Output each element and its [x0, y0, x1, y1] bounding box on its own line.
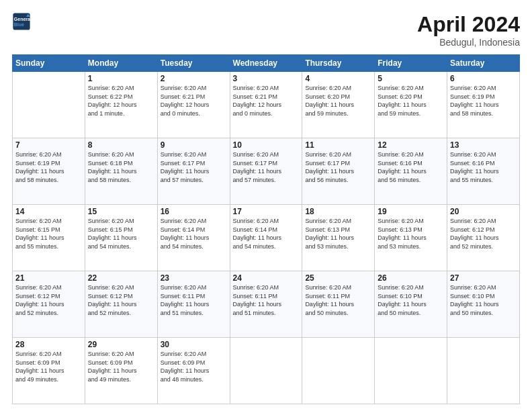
cell-info-line: Sunrise: 6:20 AM — [15, 151, 62, 158]
cell-info-line: Sunrise: 6:20 AM — [88, 284, 134, 291]
day-number: 5 — [378, 74, 444, 83]
cell-info-line: Daylight: 12 hours — [233, 101, 282, 108]
day-number: 14 — [15, 207, 82, 216]
cell-info-line: Daylight: 11 hours — [88, 367, 137, 374]
day-cell: 21Sunrise: 6:20 AMSunset: 6:12 PMDayligh… — [13, 271, 85, 338]
day-cell: 2Sunrise: 6:20 AMSunset: 6:21 PMDaylight… — [157, 72, 230, 138]
svg-text:General: General — [14, 17, 31, 21]
header-cell-friday: Friday — [375, 55, 447, 72]
cell-info-line: Sunset: 6:09 PM — [161, 359, 206, 366]
cell-info-line: Sunrise: 6:20 AM — [88, 85, 134, 91]
cell-info-line: Daylight: 11 hours — [305, 234, 354, 241]
day-cell: 4Sunrise: 6:20 AMSunset: 6:20 PMDaylight… — [302, 72, 375, 138]
cell-info-line: Daylight: 11 hours — [15, 168, 64, 175]
day-cell — [375, 338, 447, 404]
cell-info-line: and 49 minutes. — [15, 376, 58, 383]
day-number: 8 — [88, 140, 154, 150]
cell-info-line: Sunset: 6:13 PM — [305, 226, 350, 233]
day-cell: 14Sunrise: 6:20 AMSunset: 6:15 PMDayligh… — [13, 205, 85, 271]
day-number: 25 — [305, 273, 371, 283]
calendar-header: SundayMondayTuesdayWednesdayThursdayFrid… — [13, 55, 520, 72]
day-cell: 24Sunrise: 6:20 AMSunset: 6:11 PMDayligh… — [230, 271, 302, 338]
cell-info-line: Sunrise: 6:20 AM — [233, 218, 279, 224]
cell-info-line: Sunset: 6:19 PM — [15, 160, 60, 167]
cell-info: Sunrise: 6:20 AMSunset: 6:16 PMDaylight:… — [378, 150, 444, 184]
cell-info-line: Sunrise: 6:20 AM — [450, 218, 496, 224]
cell-info-line: Sunset: 6:19 PM — [450, 93, 495, 100]
calendar-table: SundayMondayTuesdayWednesdayThursdayFrid… — [12, 54, 520, 404]
cell-info-line: and 58 minutes. — [15, 177, 58, 183]
day-number: 10 — [233, 140, 300, 150]
header-cell-wednesday: Wednesday — [230, 55, 302, 72]
cell-info-line: and 54 minutes. — [233, 243, 276, 250]
cell-info-line: Sunrise: 6:20 AM — [450, 284, 496, 291]
day-cell: 18Sunrise: 6:20 AMSunset: 6:13 PMDayligh… — [302, 205, 375, 271]
cell-info-line: Sunset: 6:17 PM — [161, 160, 206, 167]
cell-info-line: Sunset: 6:21 PM — [161, 93, 206, 100]
day-number: 12 — [378, 140, 444, 150]
cell-info-line: and 55 minutes. — [450, 177, 493, 183]
day-number: 18 — [305, 207, 371, 216]
cell-info-line: Sunrise: 6:20 AM — [305, 218, 351, 224]
day-number: 23 — [161, 273, 227, 283]
cell-info-line: Daylight: 11 hours — [88, 168, 137, 175]
page: General Blue April 2024 Bedugul, Indones… — [0, 0, 532, 411]
week-row-1: 7Sunrise: 6:20 AMSunset: 6:19 PMDaylight… — [13, 138, 520, 205]
cell-info-line: Sunrise: 6:20 AM — [88, 151, 134, 158]
day-cell: 17Sunrise: 6:20 AMSunset: 6:14 PMDayligh… — [230, 205, 302, 271]
cell-info-line: Sunrise: 6:20 AM — [305, 85, 351, 91]
cell-info-line: Daylight: 11 hours — [15, 301, 64, 308]
cell-info: Sunrise: 6:20 AMSunset: 6:21 PMDaylight:… — [233, 84, 300, 118]
header-cell-sunday: Sunday — [13, 55, 85, 72]
cell-info: Sunrise: 6:20 AMSunset: 6:14 PMDaylight:… — [233, 217, 300, 250]
cell-info: Sunrise: 6:20 AMSunset: 6:18 PMDaylight:… — [88, 150, 154, 184]
cell-info: Sunrise: 6:20 AMSunset: 6:20 PMDaylight:… — [305, 84, 371, 118]
cell-info-line: Daylight: 11 hours — [378, 301, 427, 308]
week-row-2: 14Sunrise: 6:20 AMSunset: 6:15 PMDayligh… — [13, 205, 520, 271]
day-number: 26 — [378, 273, 444, 283]
day-number: 21 — [15, 273, 82, 283]
cell-info-line: and 54 minutes. — [88, 243, 131, 250]
cell-info: Sunrise: 6:20 AMSunset: 6:17 PMDaylight:… — [305, 150, 371, 184]
cell-info: Sunrise: 6:20 AMSunset: 6:11 PMDaylight:… — [233, 283, 300, 317]
day-cell: 30Sunrise: 6:20 AMSunset: 6:09 PMDayligh… — [157, 338, 230, 404]
day-cell: 28Sunrise: 6:20 AMSunset: 6:09 PMDayligh… — [13, 338, 85, 404]
cell-info-line: Sunset: 6:17 PM — [305, 160, 350, 167]
day-number: 28 — [15, 340, 82, 349]
day-number: 6 — [450, 74, 517, 83]
month-title: April 2024 — [417, 12, 520, 37]
cell-info-line: and 56 minutes. — [378, 177, 420, 183]
cell-info-line: Sunset: 6:09 PM — [88, 359, 133, 366]
day-cell — [13, 72, 85, 138]
day-cell — [302, 338, 375, 404]
cell-info-line: Sunset: 6:12 PM — [15, 293, 60, 300]
cell-info-line: and 52 minutes. — [15, 310, 58, 316]
day-number: 24 — [233, 273, 300, 283]
cell-info-line: Sunrise: 6:20 AM — [378, 151, 424, 158]
day-cell: 1Sunrise: 6:20 AMSunset: 6:22 PMDaylight… — [85, 72, 157, 138]
day-number: 11 — [305, 140, 371, 150]
calendar-body: 1Sunrise: 6:20 AMSunset: 6:22 PMDaylight… — [13, 72, 520, 404]
cell-info-line: Sunrise: 6:20 AM — [161, 85, 207, 91]
cell-info-line: and 48 minutes. — [161, 376, 204, 383]
cell-info: Sunrise: 6:20 AMSunset: 6:11 PMDaylight:… — [305, 283, 371, 317]
cell-info-line: Sunrise: 6:20 AM — [450, 151, 496, 158]
cell-info-line: Sunset: 6:17 PM — [233, 160, 278, 167]
cell-info-line: Sunset: 6:21 PM — [233, 93, 278, 100]
cell-info-line: Sunset: 6:18 PM — [88, 160, 133, 167]
cell-info-line: Sunrise: 6:20 AM — [161, 351, 207, 357]
cell-info-line: Sunset: 6:11 PM — [233, 293, 278, 300]
cell-info-line: and 53 minutes. — [378, 243, 420, 250]
day-number: 19 — [378, 207, 444, 216]
cell-info-line: Daylight: 11 hours — [450, 168, 499, 175]
cell-info: Sunrise: 6:20 AMSunset: 6:15 PMDaylight:… — [88, 217, 154, 250]
cell-info-line: Sunset: 6:10 PM — [450, 293, 495, 300]
cell-info-line: Sunset: 6:09 PM — [15, 359, 60, 366]
cell-info-line: Sunrise: 6:20 AM — [305, 284, 351, 291]
cell-info-line: Sunrise: 6:20 AM — [233, 151, 279, 158]
cell-info: Sunrise: 6:20 AMSunset: 6:14 PMDaylight:… — [161, 217, 227, 250]
cell-info-line: and 0 minutes. — [233, 110, 273, 117]
day-cell: 19Sunrise: 6:20 AMSunset: 6:13 PMDayligh… — [375, 205, 447, 271]
cell-info-line: and 54 minutes. — [161, 243, 204, 250]
cell-info: Sunrise: 6:20 AMSunset: 6:09 PMDaylight:… — [88, 350, 154, 383]
